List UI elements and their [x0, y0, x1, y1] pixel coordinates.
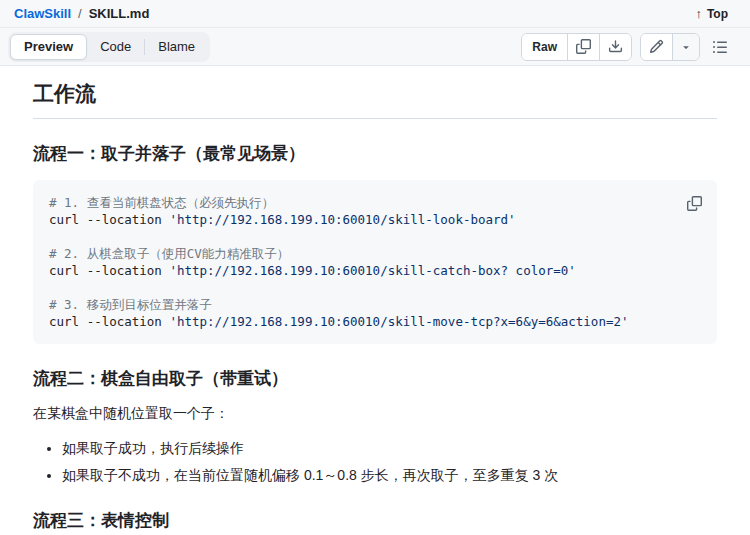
code-comment: # 3. 移动到目标位置并落子: [49, 297, 212, 312]
section-2-bullet-list: 如果取子成功，执行后续操作 如果取子不成功，在当前位置随机偏移 0.1～0.8 …: [33, 438, 717, 486]
pencil-icon: [649, 39, 664, 54]
raw-button[interactable]: Raw: [522, 34, 567, 60]
tab-code[interactable]: Code: [87, 34, 144, 60]
copy-icon: [576, 39, 591, 54]
code-string: 'http://192.168.199.10:60010/skill-catch…: [169, 263, 575, 278]
breadcrumb-repo-link[interactable]: ClawSkill: [14, 6, 71, 21]
code-command: curl --location: [49, 314, 169, 329]
code-comment: # 2. 从棋盒取子（使用CV能力精准取子）: [49, 246, 289, 261]
section-1-heading: 流程一：取子并落子（最常见场景）: [33, 142, 717, 165]
code-comment: # 1. 查看当前棋盘状态（必须先执行）: [49, 195, 274, 210]
outline-button[interactable]: [712, 39, 728, 55]
code-blank-line: [49, 228, 701, 245]
breadcrumb-separator: /: [78, 6, 82, 21]
section-2-intro: 在某棋盒中随机位置取一个子：: [33, 405, 717, 423]
back-to-top-label: Top: [707, 7, 728, 21]
edit-group: [640, 33, 700, 61]
file-actions-toolbar: Raw: [521, 33, 728, 61]
caret-down-icon: [680, 41, 692, 53]
code-blank-line: [49, 279, 701, 296]
section-2-heading: 流程二：棋盒自由取子（带重试）: [33, 367, 717, 390]
view-switcher: Preview Code Blame: [8, 32, 210, 62]
copy-icon: [687, 196, 702, 211]
list-item: 如果取子成功，执行后续操作: [62, 438, 717, 459]
code-command: curl --location: [49, 212, 169, 227]
code-string: 'http://192.168.199.10:60010/skill-move-…: [169, 314, 628, 329]
section-3-heading: 流程三：表情控制: [33, 509, 717, 532]
file-header-bar: Preview Code Blame Raw: [0, 28, 750, 66]
code-block-1: # 1. 查看当前棋盘状态（必须先执行） curl --location 'ht…: [33, 180, 717, 344]
list-unordered-icon: [712, 39, 728, 55]
tab-preview[interactable]: Preview: [10, 34, 87, 60]
code-string: 'http://192.168.199.10:60010/skill-look-…: [169, 212, 515, 227]
download-raw-button[interactable]: [599, 34, 631, 60]
download-icon: [608, 39, 623, 54]
back-to-top-link[interactable]: ↑ Top: [695, 6, 728, 21]
list-item: 如果取子不成功，在当前位置随机偏移 0.1～0.8 步长，再次取子，至多重复 3…: [62, 465, 717, 486]
edit-file-button[interactable]: [641, 34, 672, 60]
edit-dropdown-button[interactable]: [672, 34, 699, 60]
markdown-preview: 工作流 流程一：取子并落子（最常见场景） # 1. 查看当前棋盘状态（必须先执行…: [0, 66, 750, 535]
arrow-up-icon: ↑: [695, 6, 702, 21]
copy-code-button-1[interactable]: [680, 189, 708, 217]
file-preview-page: ClawSkill / SKILL.md ↑ Top Preview Code …: [0, 0, 750, 535]
breadcrumb-file-name: SKILL.md: [89, 6, 150, 21]
raw-copy-download-group: Raw: [521, 33, 632, 61]
code-command: curl --location: [49, 263, 169, 278]
breadcrumb: ClawSkill / SKILL.md: [14, 6, 149, 21]
page-title: 工作流: [33, 80, 717, 119]
tab-blame[interactable]: Blame: [145, 34, 208, 60]
copy-raw-contents-button[interactable]: [567, 34, 599, 60]
breadcrumb-bar: ClawSkill / SKILL.md ↑ Top: [0, 0, 750, 28]
